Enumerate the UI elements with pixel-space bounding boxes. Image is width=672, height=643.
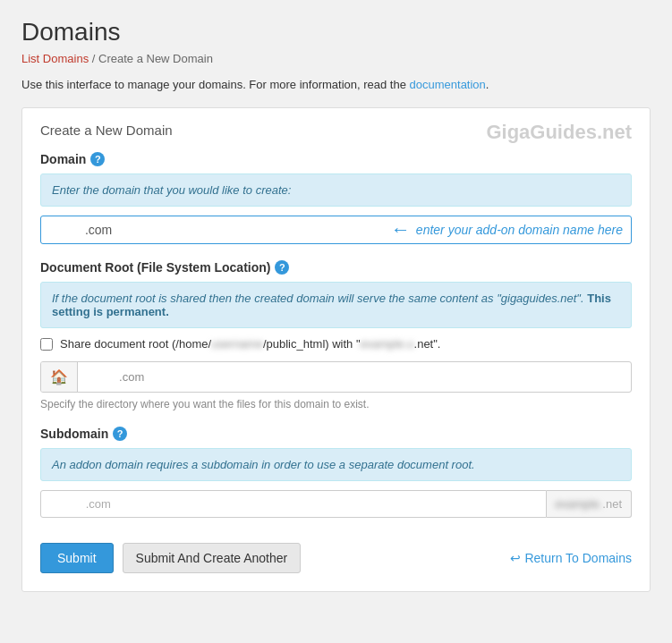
subdomain-help-icon[interactable]: ?	[113, 427, 127, 441]
submit-another-button[interactable]: Submit And Create Another	[123, 543, 302, 573]
subdomain-label: Subdomain ?	[40, 427, 632, 441]
domain-info-box: Enter the domain that you would like to …	[40, 173, 632, 207]
docroot-input[interactable]	[78, 364, 631, 390]
intro-text: Use this interface to manage your domain…	[21, 78, 651, 91]
domain-help-icon[interactable]: ?	[90, 152, 105, 166]
docroot-helper-text: Specify the directory where you want the…	[40, 398, 632, 410]
footer-left: Submit Submit And Create Another	[40, 543, 301, 573]
page-title: Domains	[21, 18, 651, 47]
return-label: Return To Domains	[524, 551, 632, 565]
create-domain-card: GigaGuides.net Create a New Domain Domai…	[21, 107, 651, 592]
domain-label: Domain ?	[40, 152, 632, 166]
docroot-help-icon[interactable]: ?	[275, 260, 289, 275]
docroot-input-row: 🏠	[40, 361, 632, 393]
domain-section: Domain ? Enter the domain that you would…	[40, 152, 632, 244]
breadcrumb-list-domains[interactable]: List Domains	[21, 52, 89, 65]
docroot-section: Document Root (File System Location) ? I…	[40, 260, 632, 410]
house-icon: 🏠	[50, 368, 68, 385]
subdomain-suffix: example..net	[547, 490, 632, 518]
checkbox-label: Share document root (/home/username/publ…	[60, 337, 440, 351]
page-wrapper: Domains List Domains / Create a New Doma…	[0, 0, 672, 643]
breadcrumb: List Domains / Create a New Domain	[21, 52, 651, 65]
subdomain-section: Subdomain ? An addon domain requires a s…	[40, 427, 632, 518]
share-docroot-row: Share document root (/home/username/publ…	[40, 337, 632, 351]
footer-bar: Submit Submit And Create Another ↩ Retur…	[40, 539, 632, 573]
breadcrumb-current: Create a New Domain	[98, 52, 213, 65]
subdomain-input[interactable]	[40, 490, 547, 518]
docroot-prefix-icon: 🏠	[41, 362, 78, 392]
domain-input-row: ← enter your add-on domain name here	[40, 216, 632, 244]
docroot-info-box: If the document root is shared then the …	[40, 282, 632, 328]
card-title: Create a New Domain	[40, 123, 632, 138]
domain-input[interactable]	[40, 216, 632, 244]
documentation-link[interactable]: documentation	[410, 78, 486, 91]
return-to-domains-link[interactable]: ↩ Return To Domains	[510, 551, 632, 565]
share-docroot-checkbox[interactable]	[40, 338, 53, 351]
submit-button[interactable]: Submit	[40, 543, 114, 573]
blurred-domain-name: example.u	[361, 337, 414, 351]
blurred-username: username	[211, 337, 263, 351]
return-arrow-icon: ↩	[510, 551, 521, 565]
subdomain-info-box: An addon domain requires a subdomain in …	[40, 448, 632, 481]
subdomain-input-row: example..net	[40, 490, 632, 518]
docroot-label: Document Root (File System Location) ?	[40, 260, 632, 275]
breadcrumb-sep: /	[92, 52, 96, 65]
